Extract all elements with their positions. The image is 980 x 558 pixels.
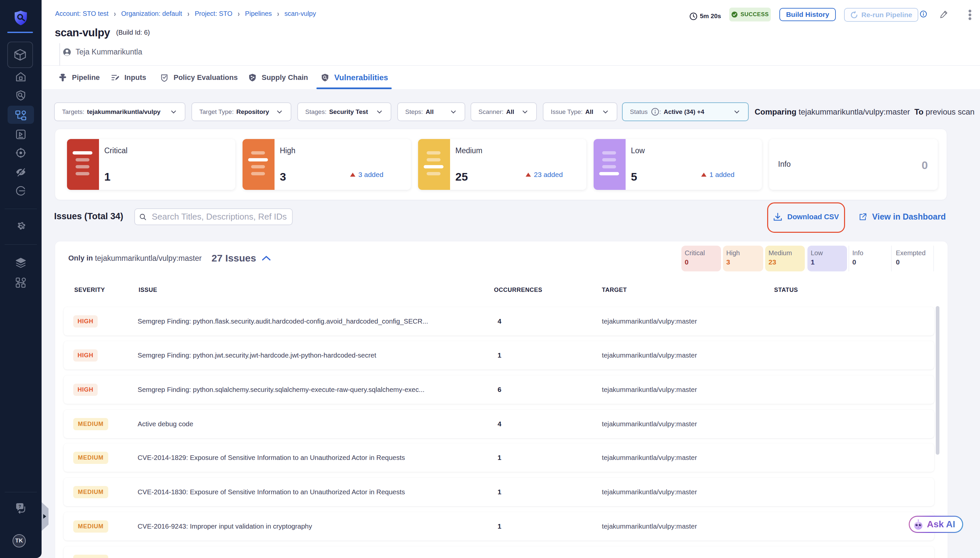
svg-text:?: ?: [18, 504, 21, 509]
